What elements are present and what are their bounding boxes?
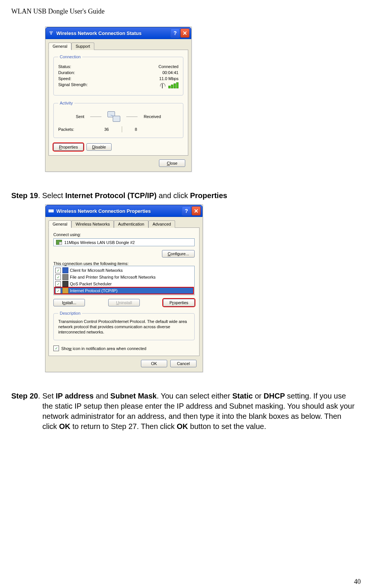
list-item-tcpip[interactable]: ✓ Internet Protocol (TCP/IP) — [54, 287, 194, 294]
file-printer-icon — [62, 274, 68, 280]
components-listbox[interactable]: ✓ Client for Microsoft Networks ✓ File a… — [53, 266, 195, 295]
adapter-field: 11Mbps Wireless LAN USB Dongle #2 — [53, 238, 195, 246]
item-qos-label: QoS Packet Scheduler — [70, 282, 112, 286]
packets-sent-value: 36 — [104, 127, 109, 132]
show-icon-checkbox-row[interactable]: ✓ Show icon in notification area when co… — [53, 346, 195, 351]
ok-button[interactable]: OK — [141, 360, 167, 367]
tab-authentication[interactable]: Authentication — [114, 220, 148, 228]
tab-wireless-networks[interactable]: Wireless Networks — [71, 220, 114, 228]
close-window-button[interactable] — [180, 29, 189, 38]
status-tabstrip: General Support — [48, 42, 188, 50]
speed-label: Speed: — [58, 76, 71, 81]
checkbox-icon[interactable]: ✓ — [55, 268, 61, 273]
signal-bars-icon — [168, 82, 178, 88]
uses-items-label: This connection uses the following items… — [53, 261, 195, 266]
tab-support[interactable]: Support — [71, 42, 94, 50]
item-client-label: Client for Microsoft Networks — [70, 268, 123, 273]
connection-icon — [48, 208, 54, 214]
connect-using-label: Connect using: — [53, 232, 195, 237]
step-19-text: Step 19. Select Internet Protocol (TCP/I… — [11, 191, 358, 201]
properties-button[interactable]: Properties — [53, 143, 83, 151]
item-fp-label: File and Printer Sharing for Microsoft N… — [70, 275, 156, 279]
status-value: Connected — [159, 64, 178, 69]
duration-label: Duration: — [58, 70, 75, 75]
adapter-name: 11Mbps Wireless LAN USB Dongle #2 — [64, 240, 135, 245]
divider-icon — [122, 126, 122, 132]
status-title: Wireless Network Connection Status — [56, 30, 171, 36]
checkbox-icon[interactable]: ✓ — [55, 288, 61, 294]
properties-button[interactable]: Properties — [163, 299, 195, 306]
properties-dialog: Wireless Network Connection Properties ?… — [45, 205, 203, 372]
close-button[interactable]: Close — [159, 159, 185, 167]
wireless-icon — [48, 30, 54, 36]
show-icon-checkbox[interactable]: ✓ — [53, 346, 59, 351]
close-window-button[interactable] — [192, 206, 201, 215]
activity-monitors-icon — [107, 111, 120, 122]
connection-legend: Connection — [58, 55, 82, 59]
checkbox-icon[interactable]: ✓ — [55, 281, 61, 287]
description-legend: Description — [58, 311, 82, 315]
properties-tabstrip: General Wireless Networks Authentication… — [48, 220, 200, 228]
qos-icon — [62, 281, 68, 287]
status-titlebar: Wireless Network Connection Status ? — [45, 27, 191, 39]
uninstall-button: Uninstall — [108, 299, 140, 306]
disable-button[interactable]: Disable — [86, 143, 112, 151]
description-text: Transmission Control Protocol/Internet P… — [58, 319, 190, 335]
speed-value: 11.0 Mbps — [159, 76, 178, 81]
duration-value: 00:04:41 — [162, 70, 178, 75]
step-20-label: Step 20 — [11, 392, 38, 400]
client-icon — [62, 267, 68, 273]
cancel-button[interactable]: Cancel — [170, 360, 197, 367]
show-icon-label: Show icon in notification area when conn… — [61, 346, 146, 351]
tcpip-icon — [62, 288, 68, 294]
properties-title: Wireless Network Connection Properties — [56, 208, 182, 214]
tab-advanced[interactable]: Advanced — [148, 220, 175, 228]
activity-group: Activity Sent Received Packets: 36 8 — [53, 101, 183, 138]
item-tcpip-label: Internet Protocol (TCP/IP) — [70, 288, 118, 293]
received-label: Received — [144, 114, 161, 119]
step-19-label: Step 19 — [11, 191, 38, 200]
signal-strength-label: Signal Strength: — [58, 82, 88, 88]
description-group: Description Transmission Control Protoco… — [53, 311, 195, 340]
doc-header: WLAN USB Dongle User's Guide — [11, 8, 358, 15]
connection-group: Connection Status: Connected Duration: 0… — [53, 55, 183, 95]
help-button[interactable]: ? — [171, 29, 180, 38]
status-dialog: Wireless Network Connection Status ? Gen… — [45, 27, 192, 172]
help-button[interactable]: ? — [182, 206, 191, 215]
list-item[interactable]: ✓ QoS Packet Scheduler — [54, 280, 194, 287]
tab-general[interactable]: General — [48, 220, 71, 228]
svg-rect-0 — [48, 209, 54, 212]
activity-legend: Activity — [58, 101, 74, 105]
sent-label: Sent — [76, 114, 85, 119]
configure-button[interactable]: Configure... — [162, 250, 195, 258]
packets-label: Packets: — [58, 127, 74, 132]
checkbox-icon[interactable]: ✓ — [55, 274, 61, 280]
status-label: Status: — [58, 64, 71, 69]
tab-general[interactable]: General — [48, 42, 71, 50]
list-item[interactable]: ✓ File and Printer Sharing for Microsoft… — [54, 274, 194, 280]
properties-titlebar: Wireless Network Connection Properties ? — [45, 205, 203, 217]
antenna-icon — [160, 83, 165, 88]
list-item[interactable]: ✓ Client for Microsoft Networks — [54, 267, 194, 274]
install-button[interactable]: Install... — [53, 299, 85, 306]
network-card-icon — [56, 240, 62, 245]
step-20-text: Step 20. Set IP address and Subnet Mask.… — [11, 391, 358, 432]
signal-strength-value — [160, 82, 178, 88]
packets-received-value: 8 — [135, 127, 137, 132]
